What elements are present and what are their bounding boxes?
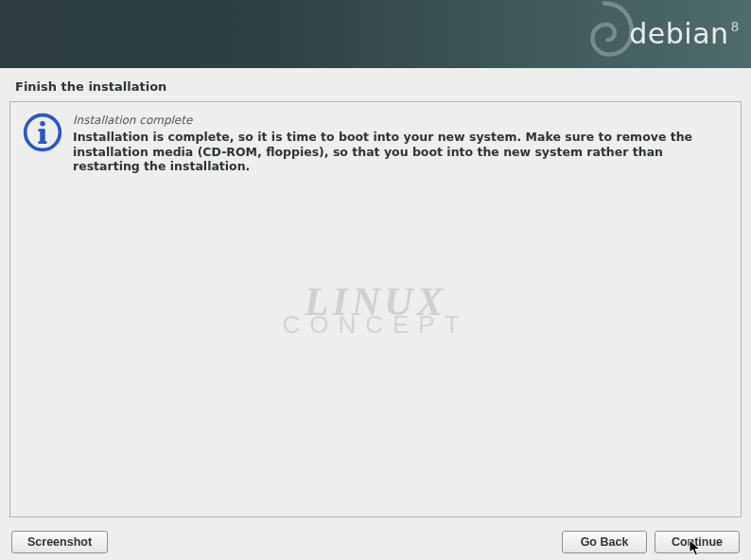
message-body: Installation is complete, so it is time … (73, 130, 697, 174)
brand-logo-text: debian8 (629, 17, 738, 50)
watermark: LINUX CONCEPT (282, 288, 468, 334)
watermark-line1: LINUX (282, 288, 468, 316)
go-back-button[interactable]: Go Back (562, 531, 647, 553)
brand-name: debian (629, 17, 728, 50)
message-subtitle: Installation complete (73, 112, 729, 127)
content-panel: Installation complete Installation is co… (9, 101, 742, 517)
watermark-line2: CONCEPT (282, 317, 468, 335)
header-banner: debian8 (0, 0, 751, 68)
brand-version: 8 (731, 19, 740, 34)
svg-rect-4 (38, 129, 44, 131)
svg-rect-3 (38, 141, 46, 144)
footer-bar: Screenshot Go Back Continue (0, 524, 751, 560)
info-icon (22, 112, 63, 153)
screenshot-button[interactable]: Screenshot (11, 531, 108, 553)
svg-point-1 (40, 121, 45, 127)
page-title: Finish the installation (0, 68, 751, 101)
continue-button[interactable]: Continue (655, 531, 740, 553)
